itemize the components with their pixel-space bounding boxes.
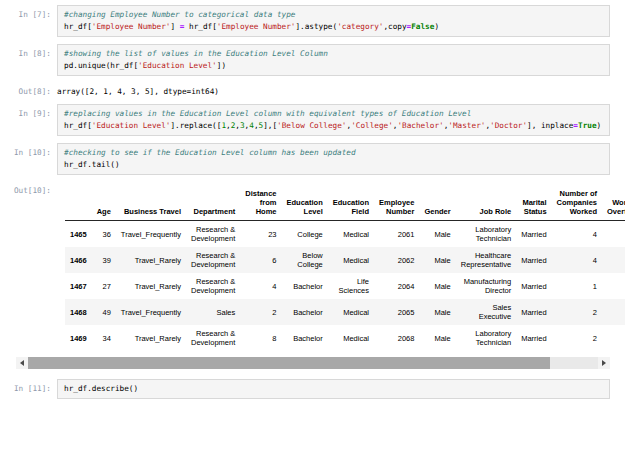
table-cell: Male bbox=[419, 325, 455, 351]
table-cell: Yes bbox=[602, 273, 625, 299]
table-cell: Medical bbox=[328, 299, 374, 325]
table-cell: Below College bbox=[281, 247, 327, 273]
column-header: Department bbox=[186, 185, 240, 221]
code-editor-in8[interactable]: #showing the list of values in the Educa… bbox=[57, 44, 610, 76]
column-header: Age bbox=[92, 185, 116, 221]
code-editor-in10[interactable]: #checking to see if the Education Level … bbox=[57, 143, 610, 175]
column-header: Education Level bbox=[281, 185, 327, 221]
table-cell: 49 bbox=[92, 299, 116, 325]
table-cell: Laboratory Technician bbox=[456, 221, 516, 248]
table-cell: No bbox=[602, 299, 625, 325]
code-line: #checking to see if the Education Level … bbox=[64, 147, 603, 159]
input-prompt: In [8]: bbox=[0, 44, 57, 60]
table-cell: Medical bbox=[328, 325, 374, 351]
table-cell: 2065 bbox=[374, 299, 419, 325]
table-cell: Research & Development bbox=[186, 273, 240, 299]
input-prompt: In [11]: bbox=[0, 379, 57, 395]
input-prompt: In [10]: bbox=[0, 143, 57, 159]
table-cell: Research & Development bbox=[186, 325, 240, 351]
table-cell: 8 bbox=[240, 325, 281, 351]
code-line: hr_df['Education Level'].replace([1,2,3,… bbox=[64, 120, 603, 132]
input-prompt: In [7]: bbox=[0, 5, 57, 21]
table-cell: Medical bbox=[328, 221, 374, 248]
code-cell-in10: In [10]: #checking to see if the Educati… bbox=[0, 143, 625, 175]
column-header: Gender bbox=[419, 185, 455, 221]
column-header: Number of Companies Worked bbox=[552, 185, 602, 221]
table-cell: 2068 bbox=[374, 325, 419, 351]
code-line: pd.unique(hr_df['Education Level']) bbox=[64, 60, 603, 72]
table-cell: 23 bbox=[240, 221, 281, 248]
code-editor-in7[interactable]: #changing Employee Number to categorical… bbox=[57, 5, 610, 37]
table-cell: Bachelor bbox=[281, 299, 327, 325]
table-cell: 36 bbox=[92, 221, 116, 248]
row-index: 1466 bbox=[65, 247, 92, 273]
table-cell: 4 bbox=[240, 273, 281, 299]
code-line: #changing Employee Number to categorical… bbox=[64, 9, 603, 21]
table-cell: Travel_Rarely bbox=[116, 273, 186, 299]
column-header: Marital Status bbox=[516, 185, 551, 221]
code-cell-in8: In [8]: #showing the list of values in t… bbox=[0, 44, 625, 76]
column-header: Education Field bbox=[328, 185, 374, 221]
dataframe-output: AgeBusiness TravelDepartmentDistance fro… bbox=[57, 181, 625, 351]
table-cell: 39 bbox=[92, 247, 116, 273]
table-cell: Male bbox=[419, 273, 455, 299]
row-index: 1467 bbox=[65, 273, 92, 299]
table-cell: 1 bbox=[552, 273, 602, 299]
row-index: 1468 bbox=[65, 299, 92, 325]
table-cell: 27 bbox=[92, 273, 116, 299]
table-cell: 4 bbox=[552, 221, 602, 248]
column-header: Distance from Home bbox=[240, 185, 281, 221]
table-cell: Married bbox=[516, 221, 551, 248]
dataframe-table: AgeBusiness TravelDepartmentDistance fro… bbox=[65, 185, 625, 351]
table-cell: Married bbox=[516, 273, 551, 299]
table-cell: No bbox=[602, 247, 625, 273]
table-row: 146727Travel_RarelyResearch & Developmen… bbox=[65, 273, 625, 299]
code-editor-in11[interactable]: hr_df.describe() bbox=[57, 379, 610, 399]
table-cell: Male bbox=[419, 299, 455, 325]
column-header bbox=[65, 185, 92, 221]
code-line: #replacing values in the Education Level… bbox=[64, 108, 603, 120]
column-header: Employee Number bbox=[374, 185, 419, 221]
table-cell: Research & Development bbox=[186, 221, 240, 248]
table-cell: Married bbox=[516, 325, 551, 351]
table-cell: No bbox=[602, 221, 625, 248]
table-row: 146934Travel_RarelyResearch & Developmen… bbox=[65, 325, 625, 351]
table-cell: 2062 bbox=[374, 247, 419, 273]
scrollbar-track[interactable] bbox=[28, 357, 598, 369]
table-cell: Travel_Rarely bbox=[116, 247, 186, 273]
table-cell: Male bbox=[419, 221, 455, 248]
code-cell-in9: In [9]: #replacing values in the Educati… bbox=[0, 104, 625, 136]
table-cell: Male bbox=[419, 247, 455, 273]
table-cell: Married bbox=[516, 299, 551, 325]
output-cell-out8: Out[8]: array([2, 1, 4, 3, 5], dtype=int… bbox=[0, 82, 625, 98]
notebook: In [7]: #changing Employee Number to cat… bbox=[0, 0, 625, 399]
input-prompt: In [9]: bbox=[0, 104, 57, 120]
table-cell: 4 bbox=[552, 247, 602, 273]
row-index: 1465 bbox=[65, 221, 92, 248]
code-cell-in7: In [7]: #changing Employee Number to cat… bbox=[0, 5, 625, 37]
scrollbar-thumb[interactable] bbox=[28, 357, 550, 369]
table-cell: Travel_Frequently bbox=[116, 299, 186, 325]
horizontal-scrollbar[interactable] bbox=[16, 357, 610, 369]
code-editor-in9[interactable]: #replacing values in the Education Level… bbox=[57, 104, 610, 136]
table-row: 146639Travel_RarelyResearch & Developmen… bbox=[65, 247, 625, 273]
table-cell: Manufacturing Director bbox=[456, 273, 516, 299]
table-cell: Sales bbox=[186, 299, 240, 325]
code-line: #showing the list of values in the Educa… bbox=[64, 48, 603, 60]
table-cell: Bachelor bbox=[281, 325, 327, 351]
scroll-left-button[interactable] bbox=[16, 357, 28, 369]
table-cell: Healthcare Representative bbox=[456, 247, 516, 273]
code-line: hr_df['Employee Number'] = hr_df['Employ… bbox=[64, 21, 603, 33]
table-cell: 2064 bbox=[374, 273, 419, 299]
table-cell: 34 bbox=[92, 325, 116, 351]
table-cell: Life Sciences bbox=[328, 273, 374, 299]
scroll-right-button[interactable] bbox=[598, 357, 610, 369]
output-prompt: Out[10]: bbox=[0, 181, 57, 197]
table-cell: 2 bbox=[240, 299, 281, 325]
table-cell: 2061 bbox=[374, 221, 419, 248]
table-row: 146536Travel_FrequentlyResearch & Develo… bbox=[65, 221, 625, 248]
table-cell: 2 bbox=[552, 299, 602, 325]
scroll-right-arrow-icon bbox=[602, 360, 606, 366]
table-cell: Married bbox=[516, 247, 551, 273]
column-header: Job Role bbox=[456, 185, 516, 221]
